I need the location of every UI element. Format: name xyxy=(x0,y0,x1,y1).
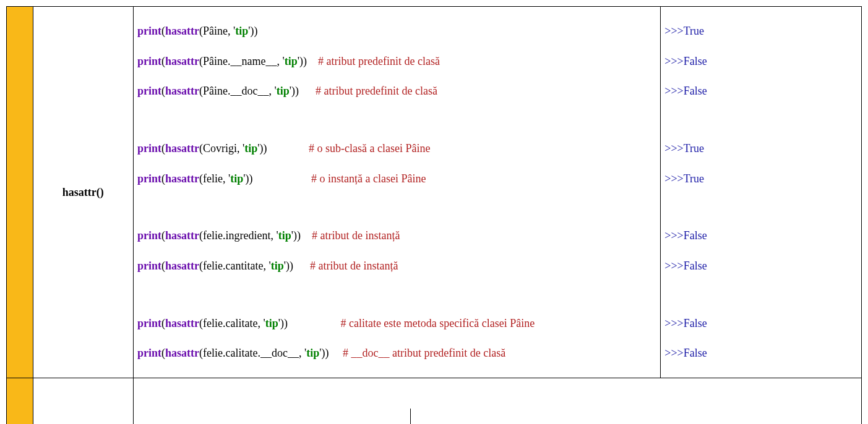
output-cell-hasattr: >>>True >>>False >>>False >>>True >>>Tru… xyxy=(661,7,862,378)
code-subcell-getattr: print(getattr(Pâine, 'tip')) print(getat… xyxy=(134,409,411,424)
output-subcell-getattr: >>>albă >>>AttributeError: 'str' object … xyxy=(411,409,861,424)
row-marker xyxy=(7,378,33,424)
function-name-hasattr: hasattr() xyxy=(33,7,133,378)
code-examples-table: hasattr() print(hasattr(Pâine, 'tip')) p… xyxy=(6,6,862,424)
code-output-cell-getattr: print(getattr(Pâine, 'tip')) print(getat… xyxy=(133,378,861,424)
row-marker xyxy=(7,7,33,378)
code-cell-hasattr: print(hasattr(Pâine, 'tip')) print(hasat… xyxy=(133,7,660,378)
function-name-getattr: getattr() xyxy=(33,378,133,424)
